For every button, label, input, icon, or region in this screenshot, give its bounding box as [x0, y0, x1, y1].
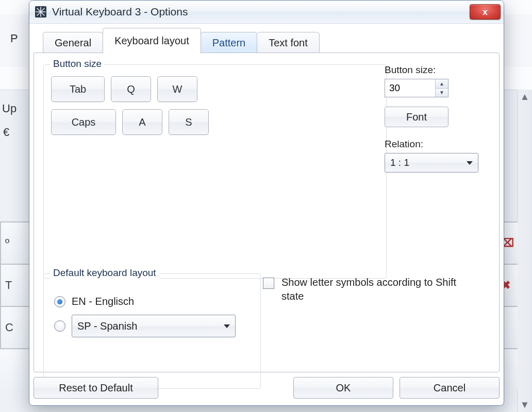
bg-key-o: º: [0, 222, 29, 264]
combo-relation-value: 1 : 1: [390, 157, 409, 168]
scroll-up-icon: ▲: [518, 90, 532, 104]
bg-key-t: T: [0, 265, 29, 306]
background-scrollbar: ▲ ▼: [517, 90, 532, 412]
tab-general[interactable]: General: [43, 32, 103, 54]
close-button[interactable]: x: [470, 4, 501, 20]
close-icon: x: [483, 7, 488, 18]
cancel-button[interactable]: Cancel: [400, 377, 500, 399]
tab-text-font[interactable]: Text font: [257, 32, 320, 54]
bg-letter-up: Up: [2, 102, 16, 115]
preview-key-caps[interactable]: Caps: [51, 109, 116, 135]
app-icon: [35, 6, 47, 18]
preview-key-q[interactable]: Q: [111, 76, 151, 102]
tab-pattern[interactable]: Pattern: [201, 32, 257, 54]
combo-sp-layout-value: SP - Spanish: [77, 320, 137, 332]
group-default-layout: Default keyboard layout EN - Englisch SP…: [43, 273, 261, 389]
bg-key-c: C: [0, 307, 29, 348]
window-title: Virtual Keyboard 3 - Options: [52, 6, 464, 18]
checkbox-box-icon: [263, 278, 274, 289]
radio-en[interactable]: EN - Englisch: [54, 296, 253, 307]
bg-letter-euro: €: [3, 126, 9, 139]
preview-key-s[interactable]: S: [169, 109, 209, 135]
command-row: Reset to Default OK Cancel: [34, 376, 500, 399]
titlebar: Virtual Keyboard 3 - Options x: [29, 1, 504, 24]
radio-dot-icon: [54, 320, 65, 332]
group-button-size-caption: Button size: [50, 58, 105, 70]
radio-sp[interactable]: SP - Spanish: [54, 315, 253, 337]
radio-en-label: EN - Englisch: [72, 296, 134, 307]
tab-page-keyboard-layout: Button size Tab Q W Caps A S Button size…: [34, 53, 500, 372]
right-controls: Button size: ▲ ▼ Font Relation: 1 : 1: [385, 64, 489, 173]
radio-dot-icon: [54, 296, 65, 307]
tab-keyboard-layout[interactable]: Keyboard layout: [103, 28, 201, 54]
options-dialog: Virtual Keyboard 3 - Options x General K…: [29, 0, 504, 406]
spin-down-icon[interactable]: ▼: [436, 89, 448, 97]
spin-up-icon[interactable]: ▲: [436, 79, 448, 89]
spin-button-size-input[interactable]: [385, 79, 435, 97]
group-default-layout-caption: Default keyboard layout: [50, 267, 159, 279]
tab-strip: General Keyboard layout Pattern Text fon…: [34, 27, 500, 53]
bg-letter-p: P: [10, 32, 18, 45]
checkbox-shift-label: Show letter symbols according to Shift s…: [281, 276, 479, 303]
preview-key-a[interactable]: A: [122, 109, 162, 135]
chevron-down-icon: [467, 161, 473, 165]
reset-button[interactable]: Reset to Default: [34, 377, 158, 399]
dialog-body: General Keyboard layout Pattern Text fon…: [34, 27, 500, 372]
ok-button[interactable]: OK: [293, 377, 393, 399]
label-relation: Relation:: [385, 139, 489, 150]
chevron-down-icon: [224, 324, 230, 328]
combo-sp-layout[interactable]: SP - Spanish: [72, 315, 236, 337]
combo-relation[interactable]: 1 : 1: [385, 153, 478, 173]
label-button-size: Button size:: [385, 64, 489, 76]
group-button-size: Button size Tab Q W Caps A S: [43, 64, 387, 279]
preview-key-w[interactable]: W: [157, 76, 197, 102]
checkbox-shift-symbols[interactable]: Show letter symbols according to Shift s…: [263, 276, 479, 303]
font-button[interactable]: Font: [385, 107, 448, 127]
spin-button-size[interactable]: ▲ ▼: [385, 79, 448, 97]
preview-key-tab[interactable]: Tab: [51, 76, 105, 102]
scroll-down-icon: ▼: [518, 398, 532, 412]
